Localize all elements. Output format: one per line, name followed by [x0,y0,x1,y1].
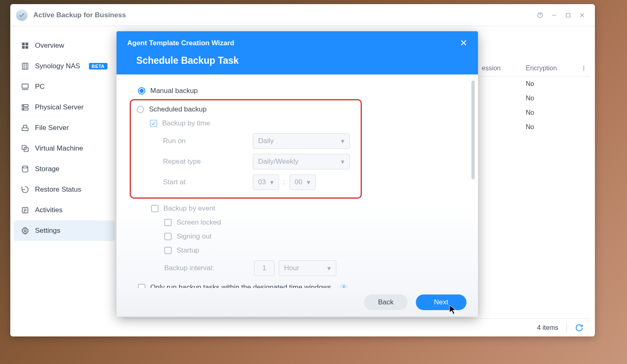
app-title: Active Backup for Business [33,11,533,19]
sidebar-item-label: Virtual Machine [35,144,107,153]
svg-point-16 [23,105,24,106]
run-on-label: Run on [163,137,253,145]
refresh-button[interactable] [575,324,583,332]
radio-manual-backup[interactable]: Manual backup [138,87,466,95]
cell-encryption: No [521,95,590,102]
checkbox-label: Signing out [177,232,212,241]
modal-body: Manual backup Scheduled backup Backup by… [117,74,478,288]
modal-close-button[interactable]: ✕ [460,38,467,49]
svg-point-26 [24,230,26,232]
column-header-session[interactable]: ession [482,65,521,72]
sidebar-item-label: PC [35,83,107,91]
activities-icon [21,206,29,214]
highlight-box: Scheduled backup Backup by time Run on D… [130,99,362,199]
checkbox-signing-out[interactable]: Signing out [164,232,466,241]
dropdown-value: Daily [258,137,337,145]
checkbox-label: Only run backup tasks within the designa… [150,283,331,288]
interval-unit-dropdown[interactable]: Hour ▾ [279,260,336,276]
cell-encryption: No [521,109,590,116]
sidebar-item-activities[interactable]: Activities [14,200,115,220]
close-button[interactable] [575,9,589,21]
sidebar-item-label: Synology NAS [35,62,89,70]
checkbox-icon [138,284,145,288]
modal-subtitle: Schedule Backup Task [127,55,467,66]
radio-label: Scheduled backup [149,105,207,114]
repeat-type-label: Repeat type [163,158,253,166]
svg-rect-9 [22,63,28,70]
storage-icon [21,165,29,173]
checkbox-only-designated-windows[interactable]: Only run backup tasks within the designa… [138,283,466,288]
svg-point-28 [583,67,584,68]
sidebar-item-pc[interactable]: PC [14,77,115,97]
sidebar-item-physical-server[interactable]: Physical Server [14,97,115,118]
svg-point-21 [22,166,28,168]
svg-rect-5 [22,43,25,46]
chevron-down-icon: ▾ [307,178,310,187]
checkbox-backup-by-event[interactable]: Backup by event [151,204,466,213]
checkbox-startup[interactable]: Startup [164,246,466,255]
time-separator: : [283,178,285,186]
maximize-button[interactable] [561,9,575,21]
svg-rect-6 [26,43,28,46]
column-menu-button[interactable] [578,65,590,71]
checkbox-label: Screen locked [177,218,221,227]
run-on-dropdown[interactable]: Daily ▾ [253,133,350,149]
sidebar-item-virtual-machine[interactable]: Virtual Machine [14,138,115,159]
back-button[interactable]: Back [364,294,408,310]
radio-scheduled-backup[interactable]: Scheduled backup [137,105,353,114]
cell-encryption: No [521,123,590,131]
divider [566,323,567,332]
dashboard-icon [21,42,29,50]
sidebar-item-label: File Server [35,124,107,132]
start-minute-dropdown[interactable]: 00 ▾ [289,174,316,190]
checkbox-screen-locked[interactable]: Screen locked [164,218,466,227]
minimize-button[interactable] [547,9,561,21]
nas-icon [21,62,29,70]
items-count: 4 items [537,324,558,332]
server-icon [21,103,29,111]
wizard-modal: Agent Template Creation Wizard ✕ Schedul… [117,31,478,317]
svg-rect-8 [26,46,28,49]
sidebar-item-settings[interactable]: Settings [14,220,115,241]
modal-header: Agent Template Creation Wizard ✕ Schedul… [117,31,478,74]
svg-rect-18 [22,128,28,131]
repeat-type-dropdown[interactable]: Daily/Weekly ▾ [253,154,350,169]
file-server-icon [21,124,29,132]
sidebar-item-label: Restore Status [35,185,107,194]
sidebar: Overview Synology NAS BETA PC Physical S… [10,26,118,336]
scrollbar-thumb[interactable] [471,81,475,179]
sidebar-item-storage[interactable]: Storage [14,159,115,179]
app-icon [16,9,28,21]
interval-input[interactable] [254,260,275,276]
checkbox-icon [164,233,172,240]
checkbox-icon [164,219,172,226]
svg-point-17 [23,109,24,109]
next-button[interactable]: Next [416,294,466,310]
sidebar-item-synology-nas[interactable]: Synology NAS BETA [14,56,115,77]
column-header-encryption[interactable]: Encryption [521,65,578,72]
checkbox-backup-by-time[interactable]: Backup by time [150,119,353,128]
dropdown-value: 00 [295,178,303,186]
backup-interval-label: Backup interval: [164,264,254,272]
start-at-label: Start at [163,178,253,186]
chevron-down-icon: ▾ [270,178,274,187]
radio-icon [137,106,144,113]
checkbox-label: Backup by event [163,204,215,213]
restore-icon [21,185,29,194]
svg-rect-2 [566,13,570,17]
checkbox-label: Startup [177,246,199,255]
info-icon[interactable]: i [340,284,347,288]
start-hour-dropdown[interactable]: 03 ▾ [253,174,279,190]
dropdown-value: Daily/Weekly [258,158,337,166]
sidebar-item-label: Storage [35,165,107,173]
dropdown-value: 03 [258,178,266,186]
svg-point-27 [583,66,584,67]
cell-encryption: No [521,80,590,88]
gear-icon [21,227,29,235]
help-button[interactable] [533,9,547,21]
sidebar-item-overview[interactable]: Overview [14,35,115,56]
sidebar-item-label: Physical Server [35,103,107,111]
sidebar-item-file-server[interactable]: File Server [14,118,115,138]
svg-rect-12 [22,84,28,88]
sidebar-item-restore-status[interactable]: Restore Status [14,179,115,200]
